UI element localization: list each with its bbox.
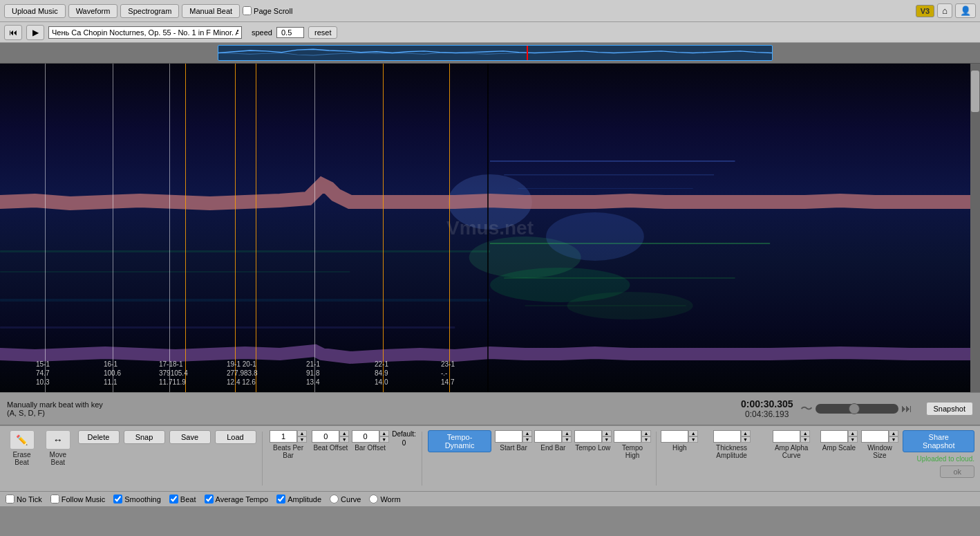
waveform-minimap-inner xyxy=(218,45,773,61)
high-input[interactable] xyxy=(661,430,688,443)
scroll-thumb[interactable] xyxy=(971,71,979,112)
smoothing-label: Smoothing xyxy=(124,495,161,503)
beat-info-19: 19-1 20-1277.983.812.4 12.6 xyxy=(227,360,258,387)
amp-scale-stepper: ▲ ▼ Amp Scale xyxy=(821,430,856,452)
tempo-high-down[interactable]: ▼ xyxy=(641,436,651,443)
svg-rect-14 xyxy=(504,174,714,176)
start-bar-input[interactable] xyxy=(495,430,522,443)
speed-label: speed xyxy=(252,28,272,37)
thickness-up[interactable]: ▲ xyxy=(741,430,751,436)
ok-button[interactable]: ok xyxy=(940,465,974,478)
amp-scale-up[interactable]: ▲ xyxy=(848,430,858,436)
end-bar-input[interactable] xyxy=(534,430,562,443)
tempo-low-label: Tempo Low xyxy=(575,444,610,452)
amp-scale-down[interactable]: ▼ xyxy=(848,436,858,443)
beat-line-20 xyxy=(256,64,256,392)
default-value: 0 xyxy=(402,439,406,447)
smoothing-checkbox[interactable] xyxy=(113,495,122,503)
beat-item: Beat xyxy=(169,495,196,503)
load-button[interactable]: Load xyxy=(215,430,256,444)
waveform-minimap[interactable] xyxy=(0,43,980,64)
delete-button[interactable]: Delete xyxy=(78,430,120,444)
tempo-dynamic-button[interactable]: Tempo-Dynamic xyxy=(428,430,492,452)
high-up[interactable]: ▲ xyxy=(688,430,698,436)
vertical-scrollbar[interactable] xyxy=(970,64,980,392)
play-button[interactable]: ▶ xyxy=(26,25,44,40)
delete-group: Delete xyxy=(78,430,120,444)
tempo-low-down[interactable]: ▼ xyxy=(602,436,612,443)
page-scroll-checkbox[interactable] xyxy=(243,6,252,15)
home-icon[interactable]: ⌂ xyxy=(937,3,952,18)
file-name-input[interactable] xyxy=(48,26,242,39)
beat-checkbox[interactable] xyxy=(169,495,178,503)
beat-info-22: 22-184.914.0 xyxy=(375,360,388,387)
start-bar-up[interactable]: ▲ xyxy=(522,430,532,436)
snap-group: Snap xyxy=(124,430,165,444)
amp-alpha-down[interactable]: ▼ xyxy=(800,436,810,443)
follow-music-label: Follow Music xyxy=(62,495,106,503)
main-spectrogram-view[interactable]: Vmus.net 15-174.710.3 16-1100.611.1 17-1… xyxy=(0,64,980,392)
tempo-low-input[interactable] xyxy=(574,430,602,443)
reset-button[interactable]: reset xyxy=(308,26,337,39)
beats-per-bar-input[interactable] xyxy=(270,430,297,443)
worm-radio[interactable] xyxy=(369,495,378,503)
end-bar-down[interactable]: ▼ xyxy=(562,436,572,443)
bar-offset-up[interactable]: ▲ xyxy=(379,430,389,436)
speed-input[interactable] xyxy=(276,27,304,38)
beats-per-bar-up[interactable]: ▲ xyxy=(297,430,307,436)
thickness-down[interactable]: ▼ xyxy=(741,436,751,443)
beat-info-21: 21-191.813.4 xyxy=(306,360,320,387)
window-size-down[interactable]: ▼ xyxy=(889,436,898,443)
manual-beat-button[interactable]: Manual Beat xyxy=(182,4,240,18)
tempo-high-up[interactable]: ▲ xyxy=(641,430,651,436)
erase-beat-icon-btn[interactable]: ✏️ xyxy=(10,430,35,450)
curve-radio[interactable] xyxy=(330,495,339,503)
amp-scale-input[interactable] xyxy=(820,430,848,443)
erase-beat-label: Erase Beat xyxy=(6,451,38,466)
amp-alpha-input[interactable] xyxy=(773,430,800,443)
user-icon[interactable]: 👤 xyxy=(955,3,976,18)
beat-label: Beat xyxy=(180,495,196,503)
upload-music-button[interactable]: Upload Music xyxy=(4,4,66,18)
end-bar-up[interactable]: ▲ xyxy=(562,430,572,436)
bottom-controls: ✏️ Erase Beat ↔️ Move Beat Delete Snap S… xyxy=(0,425,980,491)
beat-offset-down[interactable]: ▼ xyxy=(339,436,349,443)
beat-offset-input[interactable] xyxy=(312,430,339,443)
worm-label: Worm xyxy=(380,495,400,503)
beats-per-bar-down[interactable]: ▼ xyxy=(297,436,307,443)
follow-music-checkbox[interactable] xyxy=(50,495,59,503)
move-beat-icon-btn[interactable]: ↔️ xyxy=(46,430,70,450)
waveform-slider[interactable] xyxy=(816,404,898,414)
amplitude-checkbox[interactable] xyxy=(276,495,285,503)
high-stepper: ▲ ▼ High xyxy=(662,430,697,452)
bar-offset-input[interactable] xyxy=(352,430,379,443)
snap-button[interactable]: Snap xyxy=(124,430,165,444)
time-current: 0:00:30.305 xyxy=(741,398,793,409)
average-tempo-checkbox[interactable] xyxy=(205,495,214,503)
high-down[interactable]: ▼ xyxy=(688,436,698,443)
beat-offset-label: Beat Offset xyxy=(313,444,348,452)
window-size-input[interactable] xyxy=(861,430,889,443)
beat-info-17: 17-18-1379105.411.711.9 xyxy=(159,360,188,387)
tempo-high-input[interactable] xyxy=(614,430,641,443)
skip-back-button[interactable]: ⏮ xyxy=(4,25,22,40)
bar-offset-down[interactable]: ▼ xyxy=(379,436,389,443)
beat-line-22 xyxy=(383,64,384,392)
no-tick-checkbox[interactable] xyxy=(6,495,15,503)
separator-2 xyxy=(422,432,422,486)
thickness-input[interactable] xyxy=(713,430,741,443)
spectrogram-button[interactable]: Spectrogram xyxy=(120,4,179,18)
amp-alpha-up[interactable]: ▲ xyxy=(800,430,810,436)
start-bar-down[interactable]: ▼ xyxy=(522,436,532,443)
window-size-up[interactable]: ▲ xyxy=(889,430,898,436)
snapshot-button[interactable]: Snapshot xyxy=(926,402,973,416)
waveform-button[interactable]: Waveform xyxy=(68,4,118,18)
beat-info-15: 15-174.710.3 xyxy=(36,360,50,387)
beat-offset-up[interactable]: ▲ xyxy=(339,430,349,436)
tempo-low-up[interactable]: ▲ xyxy=(602,430,612,436)
save-button[interactable]: Save xyxy=(169,430,211,444)
svg-rect-13 xyxy=(490,160,735,162)
section-divider xyxy=(487,64,489,392)
thickness-stepper: ▲ ▼ Thickness Amplitude xyxy=(701,430,762,459)
share-snapshot-button[interactable]: Share Snapshot xyxy=(903,430,974,452)
